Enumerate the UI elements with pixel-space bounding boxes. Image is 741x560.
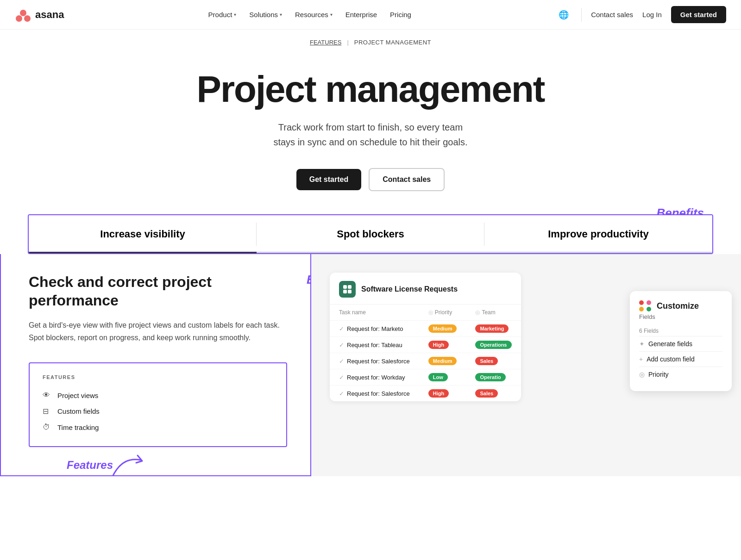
clock-icon: ⏱ <box>43 423 52 431</box>
nav-enterprise[interactable]: Enterprise <box>345 11 377 19</box>
content-wrapper: Software License Requests Task name ◎ Pr… <box>330 273 722 401</box>
tab-increase-visibility[interactable]: Increase visibility <box>29 215 257 253</box>
generate-fields-item[interactable]: ✦ Generate fields <box>639 336 722 351</box>
col-team: ◎ Team <box>466 305 521 321</box>
get-started-nav-button[interactable]: Get started <box>671 6 726 23</box>
content-right: Software License Requests Task name ◎ Pr… <box>311 254 741 476</box>
team-badge: Marketing <box>475 324 509 333</box>
page-title: Project management <box>9 70 732 109</box>
customize-panel: Customize Fields 6 Fields ✦ Generate fie… <box>630 291 732 391</box>
check-icon: ✓ <box>339 358 344 365</box>
svg-point-1 <box>16 15 22 22</box>
priority-badge: High <box>428 389 449 398</box>
fields-count: 6 Fields <box>639 328 722 334</box>
breadcrumb-separator: | <box>347 39 348 46</box>
priority-badge: High <box>428 341 449 349</box>
table-row: ✓Request for: Tableau High Operations <box>330 337 521 353</box>
chevron-down-icon: ▾ <box>330 12 333 17</box>
hero-buttons: Get started Contact sales <box>9 168 732 191</box>
eye-icon: 👁 <box>43 391 52 399</box>
table-row: ✓Request for: Marketo Medium Marketing <box>330 321 521 337</box>
nav-links: Product ▾ Solutions ▾ Resources ▾ Enterp… <box>208 11 411 19</box>
circle-icon: ◎ <box>639 371 645 378</box>
svg-rect-6 <box>348 290 352 293</box>
content-left: Benefit Check and correct project perfor… <box>0 254 311 476</box>
check-icon: ✓ <box>339 390 344 397</box>
check-icon: ✓ <box>339 325 344 332</box>
slr-table: Task name ◎ Priority ◎ <box>330 305 521 401</box>
team-badge: Sales <box>475 389 498 398</box>
customize-subtitle: Fields <box>639 313 722 320</box>
check-icon: ✓ <box>339 374 344 381</box>
content-description: Get a bird's-eye view with five project … <box>29 319 287 344</box>
nav-right: 🌐 Contact sales Log In Get started <box>555 6 726 23</box>
content-section: Benefit Check and correct project perfor… <box>0 254 741 476</box>
tab-spot-blockers[interactable]: Spot blockers <box>257 215 484 253</box>
customize-dots-icon <box>639 300 652 311</box>
svg-rect-4 <box>348 285 352 289</box>
breadcrumb-features-link[interactable]: FEATURES <box>310 39 341 46</box>
plus-icon: + <box>639 355 643 363</box>
slr-title: Software License Requests <box>361 285 458 293</box>
nav-pricing[interactable]: Pricing <box>390 11 411 19</box>
tab-improve-productivity[interactable]: Improve productivity <box>484 215 712 253</box>
priority-badge: Low <box>428 373 448 381</box>
add-custom-field-item[interactable]: + Add custom field <box>639 351 722 367</box>
table-row: ✓Request for: Salesforce Medium Sales <box>330 353 521 369</box>
breadcrumb-current: PROJECT MANAGEMENT <box>354 39 431 46</box>
login-button[interactable]: Log In <box>642 11 662 19</box>
feature-time-tracking[interactable]: ⏱ Time tracking <box>43 419 273 435</box>
svg-point-2 <box>24 15 31 22</box>
svg-point-0 <box>20 10 26 16</box>
features-box: FEATURES 👁 Project views ⊟ Custom fields… <box>29 362 287 447</box>
nav-resources[interactable]: Resources ▾ <box>295 11 333 19</box>
features-label: FEATURES <box>43 374 273 380</box>
slr-header: Software License Requests <box>330 273 521 305</box>
slr-card: Software License Requests Task name ◎ Pr… <box>330 273 521 401</box>
navbar: asana Product ▾ Solutions ▾ Resources ▾ … <box>0 0 741 30</box>
content-title: Check and correct project performance <box>29 273 287 310</box>
nav-solutions[interactable]: Solutions ▾ <box>249 11 282 19</box>
get-started-hero-button[interactable]: Get started <box>296 169 361 190</box>
svg-rect-3 <box>343 285 347 289</box>
table-row: ✓Request for: Salesforce High Sales <box>330 386 521 402</box>
hero-section: Project management Track work from start… <box>0 51 741 214</box>
team-badge: Sales <box>475 357 498 365</box>
sparkle-icon: ✦ <box>639 340 645 348</box>
priority-badge: Medium <box>428 357 457 365</box>
table-row: ✓Request for: Workday Low Operatio <box>330 369 521 386</box>
chevron-down-icon: ▾ <box>234 12 236 17</box>
globe-icon-button[interactable]: 🌐 <box>555 6 572 23</box>
feature-project-views[interactable]: 👁 Project views <box>43 387 273 403</box>
feature-custom-fields[interactable]: ⊟ Custom fields <box>43 403 273 419</box>
logo[interactable]: asana <box>15 6 64 23</box>
team-badge: Operations <box>475 341 511 349</box>
col-priority: ◎ Priority <box>419 305 466 321</box>
chevron-down-icon: ▾ <box>280 12 282 17</box>
benefits-tabs: Increase visibility Spot blockers Improv… <box>28 214 713 254</box>
col-task-name: Task name <box>330 305 419 321</box>
priority-badge: Medium <box>428 324 457 333</box>
breadcrumb: FEATURES | PROJECT MANAGEMENT <box>0 30 741 51</box>
grid-icon: ⊟ <box>43 407 52 416</box>
team-icon: ◎ <box>475 309 480 316</box>
hero-subtitle: Track work from start to finish, so ever… <box>9 120 732 149</box>
priority-item[interactable]: ◎ Priority <box>639 367 722 382</box>
contact-sales-hero-button[interactable]: Contact sales <box>369 168 445 191</box>
customize-header: Customize <box>639 300 722 311</box>
arrow-annotation <box>104 451 150 476</box>
svg-rect-5 <box>343 290 347 293</box>
priority-icon: ◎ <box>428 309 433 316</box>
nav-product[interactable]: Product ▾ <box>208 11 237 19</box>
slr-icon <box>339 281 356 298</box>
contact-sales-button[interactable]: Contact sales <box>591 11 633 19</box>
team-badge: Operatio <box>475 373 505 381</box>
benefits-section: Benefits Increase visibility Spot blocke… <box>0 214 741 254</box>
brand-name: asana <box>35 9 64 21</box>
check-icon: ✓ <box>339 342 344 348</box>
customize-title: Customize <box>657 301 699 311</box>
